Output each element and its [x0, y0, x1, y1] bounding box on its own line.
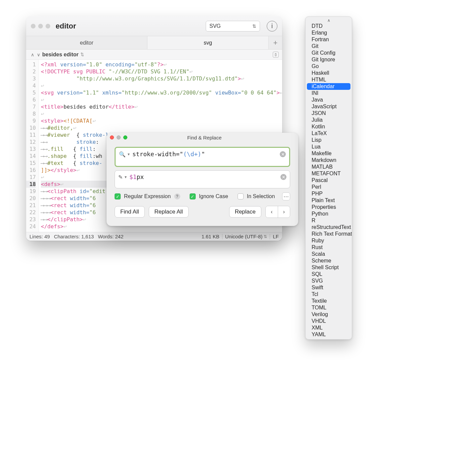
language-item[interactable]: Pascal — [307, 177, 350, 184]
language-item[interactable]: Rust — [307, 244, 350, 251]
line-number: 3 — [26, 75, 36, 82]
replace-button[interactable]: Replace — [229, 206, 261, 218]
statusbar: Lines: 49 Characters: 1,613 Words: 242 1… — [26, 232, 282, 241]
traffic-minimize[interactable] — [38, 24, 43, 28]
inselection-checkbox[interactable] — [238, 193, 244, 199]
language-item[interactable]: Fortran — [307, 36, 350, 43]
traffic-zoom[interactable] — [46, 24, 50, 28]
language-item[interactable]: XML — [307, 324, 350, 331]
lineending-select[interactable]: LF — [273, 234, 279, 239]
ignorecase-checkbox[interactable]: ✓ — [190, 193, 196, 199]
language-item[interactable]: METAFONT — [307, 170, 350, 177]
traffic-minimize[interactable] — [117, 135, 121, 139]
language-item[interactable]: Julia — [307, 117, 350, 123]
traffic-close[interactable] — [31, 24, 36, 28]
language-item[interactable]: Git Config — [307, 50, 350, 56]
regex-checkbox[interactable]: ✓ — [115, 193, 121, 199]
language-item[interactable]: Rich Text Format — [307, 231, 350, 237]
language-item[interactable]: Verilog — [307, 311, 350, 318]
language-item[interactable]: Tcl — [307, 291, 350, 298]
language-item[interactable]: Makefile — [307, 150, 350, 157]
plus-icon: + — [273, 39, 278, 47]
info-icon: i — [271, 22, 273, 30]
gutter: 123456789101112131415161718192021222324 — [26, 60, 39, 232]
inselection-label: In Selection — [247, 193, 275, 199]
language-item[interactable]: Swift — [307, 284, 350, 291]
document-name[interactable]: besides editor — [42, 52, 78, 58]
language-item[interactable]: VHDL — [307, 318, 350, 324]
language-item[interactable]: Lua — [307, 143, 350, 150]
chevron-down-icon[interactable]: ▾ — [125, 175, 127, 179]
replace-all-button[interactable]: Replace All — [149, 206, 189, 218]
language-item[interactable]: iCalendar — [307, 83, 350, 90]
replace-text: $1px — [129, 173, 280, 180]
language-item[interactable]: Go — [307, 63, 350, 70]
line-number: 20 — [26, 195, 36, 202]
more-options-button[interactable]: ⋯ — [282, 192, 290, 200]
syntax-selector[interactable]: SVG ⇅ — [206, 21, 260, 32]
language-item[interactable]: Properties — [307, 204, 350, 211]
language-item[interactable]: DTD — [307, 23, 350, 29]
find-all-button[interactable]: Find All — [115, 206, 145, 218]
chevron-down-icon[interactable]: ∨ — [37, 52, 40, 57]
line-number: 14 — [26, 153, 36, 160]
language-item[interactable]: JavaScript — [307, 103, 350, 110]
language-item[interactable]: R — [307, 217, 350, 224]
language-item[interactable]: Git Ignore — [307, 56, 350, 63]
language-item[interactable]: Markdown — [307, 157, 350, 164]
chevron-up-icon[interactable]: ∧ — [31, 52, 34, 57]
language-item[interactable]: Ruby — [307, 237, 350, 244]
status-words: Words: 242 — [98, 234, 123, 239]
clear-icon[interactable]: ✕ — [280, 174, 286, 180]
find-input[interactable]: 🔍 ▾ stroke-width="(\d+)" ✕ — [115, 147, 290, 167]
regex-label: Regular Expression — [124, 193, 171, 199]
find-next-button[interactable]: › — [278, 206, 290, 218]
language-item[interactable]: reStructuredText — [307, 224, 350, 231]
chevron-down-icon[interactable]: ▾ — [128, 152, 130, 157]
scroll-up-button[interactable]: ∧ — [307, 18, 350, 23]
encoding-select[interactable]: Unicode (UTF-8) ⇅ — [225, 234, 267, 239]
language-item[interactable]: TOML — [307, 304, 350, 311]
sort-icon[interactable]: ⇅ — [80, 52, 84, 57]
language-item[interactable]: Python — [307, 211, 350, 217]
find-prev-button[interactable]: ‹ — [266, 206, 278, 218]
language-item[interactable]: Git — [307, 43, 350, 50]
traffic-close[interactable] — [110, 135, 114, 139]
language-item[interactable]: Kotlin — [307, 123, 350, 130]
language-item[interactable]: SQL — [307, 271, 350, 278]
language-item[interactable]: Haskell — [307, 70, 350, 76]
tab-add-button[interactable]: + — [269, 36, 282, 49]
language-item[interactable]: PHP — [307, 190, 350, 197]
search-icon: 🔍 — [119, 151, 126, 158]
language-item[interactable]: Erlang — [307, 29, 350, 36]
language-item[interactable]: INI — [307, 90, 350, 97]
tab-editor[interactable]: editor — [26, 36, 147, 49]
language-item[interactable]: Scala — [307, 251, 350, 257]
language-item[interactable]: Scheme — [307, 257, 350, 264]
replace-input[interactable]: ✎ ▾ $1px ✕ — [115, 170, 290, 188]
language-item[interactable]: Plain Text — [307, 197, 350, 204]
find-traffic-lights — [110, 135, 127, 139]
line-number: 11 — [26, 131, 36, 138]
language-item[interactable]: YAML — [307, 331, 350, 338]
window-title: editor — [56, 22, 76, 31]
language-item[interactable]: JSON — [307, 110, 350, 117]
language-item[interactable]: Shell Script — [307, 264, 350, 271]
language-item[interactable]: Lisp — [307, 137, 350, 143]
tab-svg[interactable]: svg — [147, 36, 269, 49]
language-item[interactable]: SVG — [307, 278, 350, 284]
language-item[interactable]: Perl — [307, 184, 350, 190]
language-item[interactable]: Textile — [307, 298, 350, 304]
language-item[interactable]: HTML — [307, 76, 350, 83]
language-item[interactable]: MATLAB — [307, 164, 350, 170]
language-item[interactable]: LaTeX — [307, 130, 350, 137]
info-button[interactable]: i — [267, 21, 277, 32]
clear-icon[interactable]: ✕ — [280, 151, 286, 157]
traffic-zoom[interactable] — [123, 135, 127, 139]
line-number: 22 — [26, 209, 36, 216]
sidebar-toggle-button[interactable]: ▯ — [273, 52, 279, 58]
language-item[interactable]: Java — [307, 97, 350, 103]
help-icon[interactable]: ? — [174, 193, 180, 199]
line-number: 1 — [26, 61, 36, 68]
line-number: 24 — [26, 223, 36, 230]
